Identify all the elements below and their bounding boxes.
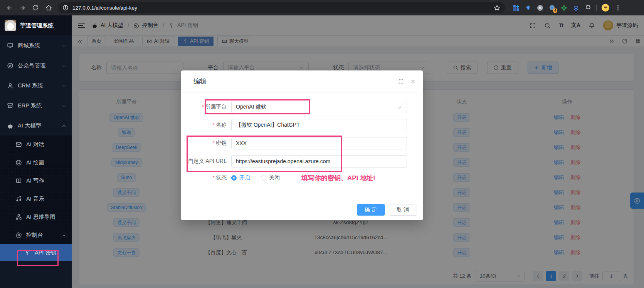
sidebar-item-official-account[interactable]: 公众号管理 <box>0 55 72 75</box>
extension-icon-5[interactable] <box>560 4 567 11</box>
sidebar-item-ai-models[interactable]: AI 大模型 <box>0 116 72 136</box>
reader-icon <box>15 177 22 184</box>
form-row-status: *状态 开启 关闭 填写你的密钥、API 地址! <box>181 173 423 183</box>
sidebar-item-ai-writing[interactable]: AI 写作 <box>0 172 72 190</box>
status-field-label: 状态 <box>216 174 227 181</box>
sidebar-item-api-key[interactable]: API 密钥 <box>0 244 72 261</box>
platform-field-label: 所属平台 <box>205 104 227 110</box>
name-field-input[interactable] <box>231 119 407 131</box>
platform-select-value[interactable] <box>236 104 397 110</box>
chevron-down-icon <box>397 105 402 110</box>
user-icon <box>7 82 13 89</box>
name-field-label: 名称 <box>216 122 227 128</box>
api-url-field-input[interactable] <box>231 155 407 167</box>
app-logo[interactable]: 芋道管理系统 <box>0 15 72 35</box>
url-field-label: 自定义 API URL <box>188 158 227 164</box>
address-bar[interactable]: 127.0.0.1/ai/console/api-key <box>58 2 505 13</box>
key-icon <box>24 249 30 256</box>
bookmark-star-icon[interactable] <box>494 5 500 11</box>
chevron-down-icon <box>62 83 66 88</box>
chevron-up-icon <box>62 123 66 128</box>
platform-select-input[interactable] <box>231 101 407 113</box>
dialog-title: 编辑 <box>193 77 207 86</box>
sidebar-item-ai-music[interactable]: AI 音乐 <box>0 190 72 208</box>
extension-icon-1[interactable] <box>513 4 520 11</box>
smile-icon <box>15 159 22 166</box>
browser-toolbar: 127.0.0.1/ai/console/api-key ⌘ 4 <box>0 0 644 15</box>
extension-icon-2[interactable] <box>525 4 531 11</box>
sidebar-item-mall[interactable]: 商城系统 <box>0 35 72 55</box>
dialog-header: 编辑 <box>181 70 423 92</box>
browser-menu-kebab-icon[interactable] <box>614 4 621 11</box>
mindmap-icon <box>15 214 22 220</box>
browser-forward-icon[interactable] <box>17 2 28 13</box>
extension-icon-6[interactable] <box>572 4 579 11</box>
app-title: 芋道管理系统 <box>20 22 54 29</box>
browser-home-icon[interactable] <box>43 2 54 13</box>
browser-refresh-icon[interactable] <box>30 2 41 13</box>
form-row-platform: *所属平台 <box>181 101 423 113</box>
radio-dot <box>231 175 237 181</box>
svg-text:⌘: ⌘ <box>538 5 541 10</box>
browser-profile-avatar[interactable] <box>602 4 609 12</box>
sidebar-item-ai-paint[interactable]: AI 绘画 <box>0 154 72 172</box>
apple-icon <box>7 122 13 129</box>
close-icon[interactable] <box>410 79 416 84</box>
edit-dialog: 编辑 *所属平台 *名称 *密钥 自定义 API URL <box>181 70 423 220</box>
cancel-button[interactable]: 取消 <box>389 204 417 216</box>
chevron-up-icon <box>62 233 66 238</box>
dialog-fullscreen-icon[interactable] <box>398 79 404 84</box>
extension-icon-4[interactable]: 4 <box>548 4 555 11</box>
chevron-down-icon <box>62 63 66 68</box>
dialog-body: *所属平台 *名称 *密钥 自定义 API URL *状态 <box>181 92 423 183</box>
annotation-text: 填写你的密钥、API 地址! <box>301 174 375 183</box>
form-row-api-url: 自定义 API URL <box>181 155 423 167</box>
gear-icon <box>15 232 22 238</box>
form-row-name: *名称 <box>181 119 423 131</box>
ai-submenu: AI 对话 AI 绘画 AI 写作 AI 音乐 AI 思维导图 控制台 <box>0 136 72 261</box>
key-field-input[interactable] <box>231 137 407 149</box>
sidebar-item-erp[interactable]: ERP 系统 <box>0 95 72 116</box>
site-info-icon[interactable] <box>62 5 69 11</box>
chevron-down-icon <box>62 103 66 108</box>
extensions-puzzle-icon[interactable] <box>584 4 591 11</box>
archive-icon <box>7 102 13 109</box>
form-row-key: *密钥 <box>181 137 423 149</box>
chevron-down-icon <box>62 43 66 48</box>
status-radio-on[interactable]: 开启 <box>231 174 250 181</box>
logo-rabbit-image <box>5 20 16 31</box>
mall-icon <box>7 42 13 49</box>
extension-badge: 4 <box>553 8 557 13</box>
url-text: 127.0.0.1/ai/console/api-key <box>72 5 137 11</box>
dialog-footer: 确定 取消 <box>181 199 423 220</box>
compass-icon <box>7 62 13 69</box>
sidebar: 芋道管理系统 商城系统 公众号管理 CRM 系统 ERP 系统 AI 大模型 <box>0 15 72 288</box>
sidebar-item-crm[interactable]: CRM 系统 <box>0 75 72 95</box>
sidebar-item-console[interactable]: 控制台 <box>0 226 72 244</box>
browser-back-icon[interactable] <box>4 2 15 13</box>
toolbar-separator <box>596 5 597 11</box>
status-radio-off[interactable]: 关闭 <box>261 174 280 181</box>
extension-icon-3[interactable]: ⌘ <box>536 4 543 11</box>
radio-dot <box>261 175 266 181</box>
sidebar-item-ai-mindmap[interactable]: AI 思维导图 <box>0 208 72 226</box>
music-icon <box>15 196 22 202</box>
mail-icon <box>15 141 22 148</box>
sidebar-menu: 商城系统 公众号管理 CRM 系统 ERP 系统 AI 大模型 AI 对话 <box>0 35 72 288</box>
sidebar-item-ai-chat[interactable]: AI 对话 <box>0 136 72 154</box>
key-field-label: 密钥 <box>216 140 227 146</box>
extension-strip: ⌘ 4 <box>513 4 621 12</box>
confirm-button[interactable]: 确定 <box>357 204 385 216</box>
